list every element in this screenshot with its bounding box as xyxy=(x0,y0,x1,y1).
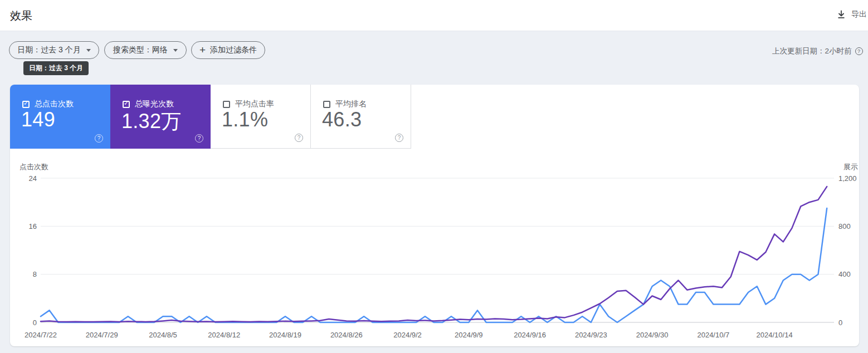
left-axis-tick-label: 16 xyxy=(29,222,37,231)
checkbox-checked-icon[interactable] xyxy=(22,101,30,108)
export-label: 导出 xyxy=(851,9,867,19)
chevron-down-icon xyxy=(86,49,91,52)
chevron-down-icon xyxy=(173,49,178,52)
series-line-点击次数 xyxy=(41,208,827,322)
x-axis-tick-label: 2024/10/14 xyxy=(757,331,793,339)
x-axis-tick-label: 2024/7/22 xyxy=(25,331,57,339)
series-line-展示 xyxy=(41,187,827,322)
help-icon[interactable]: ? xyxy=(855,47,863,55)
x-axis-tick-label: 2024/9/16 xyxy=(514,331,546,339)
metric-card-average-position[interactable]: 平均排名 46.3 ? xyxy=(311,85,411,149)
metric-card-average-ctr[interactable]: 平均点击率 1.1% ? xyxy=(211,85,311,149)
metric-value: 149 xyxy=(21,108,55,131)
page-title: 效果 xyxy=(10,8,32,23)
metric-card-total-impressions[interactable]: 总曝光次数 1.32万 ? xyxy=(110,85,211,149)
left-axis-tick-label: 8 xyxy=(33,270,37,278)
metric-card-total-clicks[interactable]: 总点击次数 149 ? xyxy=(10,85,110,149)
last-updated-text: 上次更新日期：2小时前 xyxy=(772,46,852,56)
x-axis-tick-label: 2024/8/26 xyxy=(330,331,363,339)
metric-value: 46.3 xyxy=(322,108,362,131)
right-axis-tick-label: 400 xyxy=(838,270,851,278)
x-axis-tick-label: 2024/7/29 xyxy=(86,331,118,339)
search-type-filter-chip[interactable]: 搜索类型：网络 xyxy=(104,41,187,59)
metric-value: 1.1% xyxy=(222,108,268,131)
add-filter-chip[interactable]: + 添加过滤条件 xyxy=(191,41,265,59)
checkbox-checked-icon[interactable] xyxy=(123,101,130,108)
help-icon[interactable]: ? xyxy=(295,134,303,142)
export-button[interactable]: 导出 xyxy=(836,9,867,19)
download-icon xyxy=(836,9,846,19)
plus-icon: + xyxy=(199,45,206,55)
x-axis-tick-label: 2024/9/30 xyxy=(636,331,669,339)
right-axis-tick-label: 1,200 xyxy=(838,174,857,183)
search-type-filter-label: 搜索类型：网络 xyxy=(113,45,168,55)
date-filter-label: 日期：过去 3 个月 xyxy=(17,45,81,55)
add-filter-label: 添加过滤条件 xyxy=(210,45,257,55)
x-axis-tick-label: 2024/9/9 xyxy=(455,331,483,339)
metric-value: 1.32万 xyxy=(121,108,182,135)
x-axis-tick-label: 2024/8/5 xyxy=(149,331,177,339)
checkbox-unchecked-icon[interactable] xyxy=(223,101,230,108)
performance-panel: 总点击次数 149 ? 总曝光次数 1.32万 ? 平均点击率 1.1% ? 平… xyxy=(10,85,859,346)
help-icon[interactable]: ? xyxy=(395,134,403,142)
left-axis-tick-label: 0 xyxy=(33,318,37,327)
left-axis-tick-label: 24 xyxy=(29,174,37,183)
help-icon[interactable]: ? xyxy=(195,134,203,143)
header-bar: 效果 导出 xyxy=(0,0,868,31)
x-axis-tick-label: 2024/10/7 xyxy=(697,331,729,339)
performance-chart: 00840016800241,200点击次数展示2024/7/222024/7/… xyxy=(10,161,859,346)
date-filter-chip[interactable]: 日期：过去 3 个月 xyxy=(9,41,99,59)
right-axis-title: 展示 xyxy=(843,163,858,171)
x-axis-tick-label: 2024/9/23 xyxy=(575,331,607,339)
checkbox-unchecked-icon[interactable] xyxy=(323,101,330,108)
last-updated: 上次更新日期：2小时前 ? xyxy=(772,46,863,56)
left-axis-title: 点击次数 xyxy=(19,163,48,171)
performance-chart-svg: 00840016800241,200点击次数展示2024/7/222024/7/… xyxy=(10,161,859,346)
date-filter-tooltip: 日期：过去 3 个月 xyxy=(23,61,89,75)
tooltip-text: 日期：过去 3 个月 xyxy=(29,63,83,73)
right-axis-tick-label: 0 xyxy=(838,318,842,327)
x-axis-tick-label: 2024/8/12 xyxy=(208,331,240,339)
x-axis-tick-label: 2024/8/19 xyxy=(269,331,301,339)
x-axis-tick-label: 2024/9/2 xyxy=(393,331,422,339)
help-icon[interactable]: ? xyxy=(95,134,103,143)
right-axis-tick-label: 800 xyxy=(838,222,851,231)
